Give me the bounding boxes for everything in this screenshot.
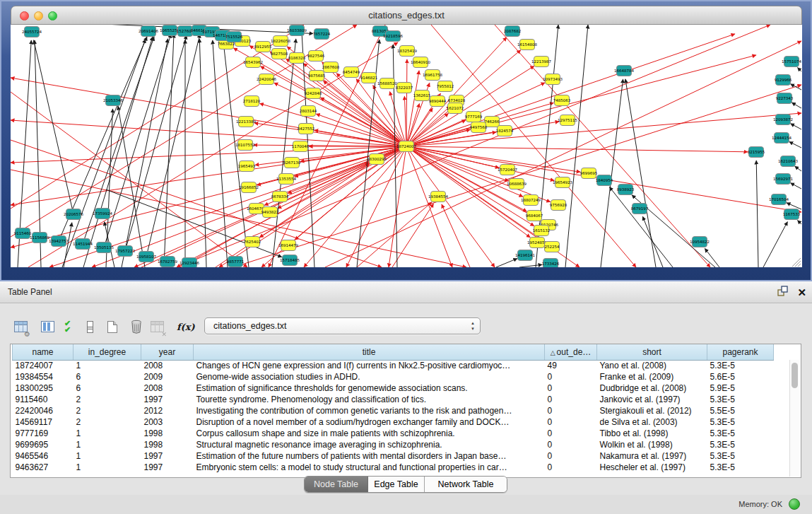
graph-node[interactable]: 9756928: [550, 200, 567, 211]
graph-node[interactable]: 16210643: [778, 156, 798, 167]
graph-node[interactable]: 16543962: [243, 57, 263, 68]
table-cell[interactable]: 0: [545, 450, 597, 462]
table-cell[interactable]: 1: [73, 450, 141, 462]
table-cell[interactable]: 18300295: [13, 382, 73, 394]
graph-edge[interactable]: [404, 96, 406, 146]
new-document-icon[interactable]: [107, 318, 117, 335]
graph-node[interactable]: 12213987: [531, 57, 551, 67]
table-settings-icon[interactable]: ⚙: [14, 318, 28, 335]
table-cell[interactable]: 49: [545, 360, 597, 371]
table-cell[interactable]: Dudbridge et al. (2008): [597, 382, 707, 394]
table-cell[interactable]: Hescheler et al. (1997): [597, 462, 707, 473]
graph-node[interactable]: 7955812: [437, 81, 454, 92]
table-cell[interactable]: Jankovic et al. (1997): [597, 394, 707, 405]
table-cell[interactable]: Embryonic stem cells: a model to study s…: [194, 462, 545, 473]
table-cell[interactable]: 0: [545, 394, 597, 405]
table-cell[interactable]: 5.3E-5: [707, 428, 774, 439]
table-cell[interactable]: 1997: [141, 462, 194, 473]
table-cell[interactable]: 0: [545, 405, 597, 416]
tab-edge-table[interactable]: Edge Table: [368, 477, 425, 492]
graph-edge[interactable]: [797, 220, 801, 224]
table-row[interactable]: 2242004622012Investigating the contribut…: [13, 405, 774, 416]
table-cell[interactable]: Disruption of a novel member of a sodium…: [194, 416, 545, 428]
table-row[interactable]: 946362711997Embryonic stem cells: a mode…: [13, 462, 774, 473]
graph-node[interactable]: 21053346: [103, 95, 123, 106]
table-scrollbar[interactable]: [789, 360, 799, 477]
column-header-out_de[interactable]: △out_de…: [545, 344, 597, 360]
table-cell[interactable]: 5.9E-5: [707, 382, 774, 394]
table-cell[interactable]: Estimation of significance thresholds fo…: [194, 382, 545, 394]
table-row[interactable]: 946554611997Estimation of the future num…: [13, 450, 774, 462]
graph-node[interactable]: 8938923: [617, 185, 635, 195]
graph-node[interactable]: 9699695: [580, 168, 598, 179]
graph-node[interactable]: 7485063: [553, 95, 571, 106]
column-header-title[interactable]: title: [194, 344, 545, 360]
graph-node[interactable]: 15751074: [782, 57, 801, 67]
table-cell[interactable]: 5.3E-5: [707, 360, 774, 371]
graph-node[interactable]: 12213389: [236, 117, 256, 127]
column-header-pagerank[interactable]: pagerank: [707, 344, 774, 360]
graph-node[interactable]: 9827546: [307, 51, 325, 62]
graph-node[interactable]: 11451944: [73, 239, 93, 250]
table-cell[interactable]: 18724007: [13, 360, 73, 371]
graph-node[interactable]: 8215955: [748, 147, 765, 158]
graph-edge[interactable]: [519, 264, 542, 267]
graph-node[interactable]: 1824574: [496, 126, 514, 136]
graph-node[interactable]: 2867608: [322, 62, 340, 73]
table-cell[interactable]: Genome-wide association studies in ADHD.: [194, 371, 545, 382]
table-cell[interactable]: 1998: [141, 439, 194, 450]
table-cell[interactable]: 0: [545, 382, 597, 394]
graph-node[interactable]: 11156869: [30, 233, 49, 243]
graph-edge[interactable]: [406, 146, 748, 152]
table-cell[interactable]: 1: [73, 462, 141, 473]
table-cell[interactable]: Yano et al. (2008): [597, 360, 707, 371]
table-cell[interactable]: 19384554: [13, 371, 73, 382]
graph-edge[interactable]: [34, 40, 73, 214]
table-cell[interactable]: 5.5E-5: [707, 405, 774, 416]
graph-edge[interactable]: [406, 59, 407, 146]
table-cell[interactable]: 9465546: [13, 450, 73, 462]
graph-node[interactable]: 8679197: [631, 204, 649, 214]
graph-node[interactable]: 9890444: [429, 96, 447, 107]
table-cell[interactable]: Changes of HCN gene expression and I(f) …: [194, 360, 545, 371]
graph-edge[interactable]: [763, 222, 787, 267]
graph-node[interactable]: 22420046: [257, 74, 276, 85]
graph-node[interactable]: 12923446: [180, 258, 199, 268]
graph-node[interactable]: 252254: [545, 242, 560, 252]
graph-node[interactable]: 1170046: [292, 141, 310, 152]
table-cell[interactable]: 5.3E-5: [707, 439, 774, 450]
window-titlebar[interactable]: citations_edges.txt: [11, 6, 802, 25]
table-row[interactable]: 1872400712008Changes of HCN gene express…: [13, 360, 774, 371]
graph-node[interactable]: 9493822: [261, 207, 279, 218]
graph-node[interactable]: 9827508: [271, 49, 288, 59]
graph-edge[interactable]: [62, 39, 146, 267]
graph-node[interactable]: 24055724: [22, 27, 42, 37]
graph-node[interactable]: 8267130: [283, 158, 301, 168]
table-cell[interactable]: Estimation of the future numbers of pati…: [194, 450, 545, 462]
graph-edge[interactable]: [797, 67, 801, 71]
table-cell[interactable]: 5.3E-5: [707, 394, 774, 405]
graph-edge[interactable]: [406, 146, 495, 267]
table-cell[interactable]: 0: [545, 371, 597, 382]
graph-node[interactable]: 10954822: [690, 237, 710, 247]
table-cell[interactable]: 6: [73, 382, 141, 394]
tab-network-table[interactable]: Network Table: [425, 477, 507, 492]
graph-node[interactable]: 12444154: [772, 133, 792, 144]
graph-node[interactable]: 2803144: [300, 106, 317, 117]
table-cell[interactable]: 9699695: [13, 439, 73, 450]
graph-node[interactable]: 17957223: [115, 246, 135, 257]
graph-node[interactable]: 9115460: [14, 228, 32, 239]
table-row[interactable]: 1938455462009Genome-wide association stu…: [13, 371, 774, 382]
graph-node[interactable]: 13505135: [94, 243, 114, 253]
graph-edge[interactable]: [254, 123, 406, 146]
table-cell[interactable]: 14569117: [13, 416, 73, 428]
graph-node[interactable]: 1167533: [783, 209, 801, 220]
graph-edge[interactable]: [406, 34, 735, 146]
graph-edge[interactable]: [11, 120, 406, 146]
graph-edge[interactable]: [122, 39, 168, 267]
graph-edge[interactable]: [787, 203, 801, 209]
graph-edge[interactable]: [125, 35, 187, 251]
graph-edge[interactable]: [789, 141, 801, 148]
graph-edge[interactable]: [11, 140, 382, 267]
graph-node[interactable]: 9146821: [360, 73, 378, 83]
